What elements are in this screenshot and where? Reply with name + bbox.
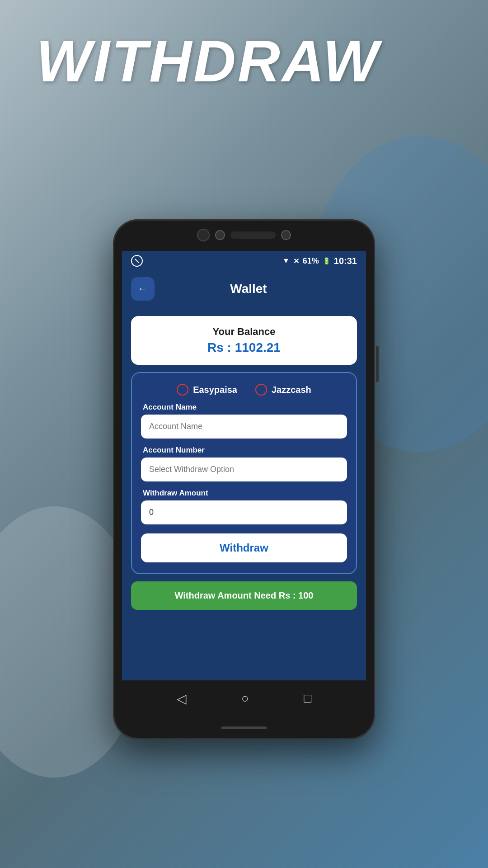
info-banner: Withdraw Amount Need Rs : 100 [131,581,357,610]
sensor-dot [281,230,291,240]
withdraw-amount-group: Withdraw Amount [141,489,347,524]
wifi-icon: ▼ [282,257,290,265]
app-header: ← Wallet [122,271,366,307]
home-indicator [221,726,267,729]
account-number-input[interactable] [141,458,347,481]
payment-options-row: Easypaisa Jazzcash [141,384,347,396]
side-button [376,346,379,382]
account-number-group: Account Number [141,446,347,481]
back-arrow-icon: ← [138,283,148,295]
account-name-label: Account Name [143,403,347,412]
bottom-nav: ◁ ○ □ [122,680,366,717]
easypaisa-label: Easypaisa [193,385,237,395]
account-number-label: Account Number [143,446,347,455]
page-big-title: WITHDRAW [36,27,380,95]
balance-label: Your Balance [145,326,343,338]
jazzcash-radio[interactable] [255,384,267,396]
status-bar: ▼ ✕ 61% 🔋 10:31 [122,251,366,271]
form-card: Easypaisa Jazzcash Account Name Account … [131,372,357,574]
jazzcash-option[interactable]: Jazzcash [255,384,311,396]
header-title: Wallet [164,282,333,296]
signal-icon: ✕ [293,257,299,265]
jazzcash-label: Jazzcash [272,385,311,395]
app-content: Your Balance Rs : 1102.21 Easypaisa Jazz… [122,307,366,680]
balance-card: Your Balance Rs : 1102.21 [131,316,357,365]
front-camera [215,230,225,240]
nav-recents-icon[interactable]: □ [304,691,311,706]
time-display: 10:31 [334,256,357,266]
do-not-disturb-icon [131,255,143,267]
status-right: ▼ ✕ 61% 🔋 10:31 [282,256,357,266]
status-left [131,255,143,267]
nav-home-icon[interactable]: ○ [241,691,249,706]
battery-indicator: 61% [303,256,319,266]
easypaisa-option[interactable]: Easypaisa [177,384,237,396]
account-name-group: Account Name [141,403,347,439]
speaker [230,231,276,239]
withdraw-button[interactable]: Withdraw [141,533,347,562]
screen: ▼ ✕ 61% 🔋 10:31 ← Wallet Your Balance Rs… [122,251,366,680]
phone-bottom-bezel [113,717,375,739]
balance-amount: Rs : 1102.21 [145,340,343,355]
account-name-input[interactable] [141,415,347,439]
phone-top-bezel [113,219,375,251]
withdraw-amount-input[interactable] [141,500,347,524]
easypaisa-radio[interactable] [177,384,188,396]
nav-back-icon[interactable]: ◁ [177,691,187,706]
camera-dot [197,229,210,241]
phone-frame: ▼ ✕ 61% 🔋 10:31 ← Wallet Your Balance Rs… [113,219,375,739]
withdraw-amount-label: Withdraw Amount [143,489,347,498]
back-button[interactable]: ← [131,277,155,301]
battery-icon: 🔋 [323,257,330,264]
camera-area [197,229,291,241]
